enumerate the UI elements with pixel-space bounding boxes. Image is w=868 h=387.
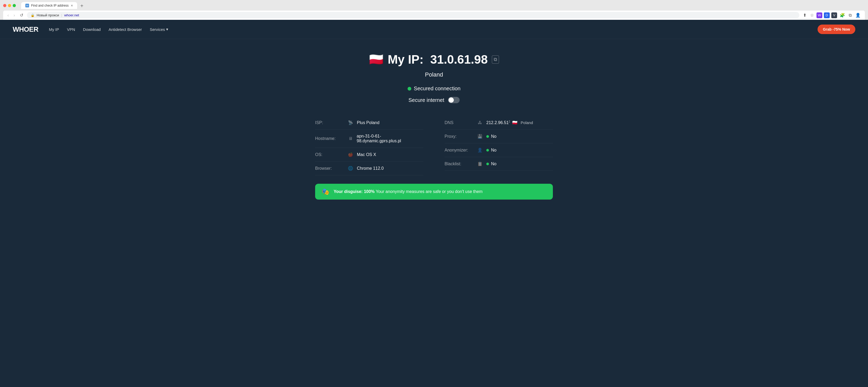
country-flag: 🇵🇱 bbox=[369, 53, 383, 66]
forward-button[interactable]: › bbox=[12, 12, 16, 19]
blacklist-icon: 📋 bbox=[477, 161, 483, 166]
ip-prefix: My IP: bbox=[388, 53, 424, 66]
info-col-left: ISP: 📡 Plus Poland Hostname: 🖥 apn-31-0-… bbox=[315, 116, 424, 175]
services-label: Services bbox=[150, 27, 165, 32]
info-row-blacklist: Blacklist: 📋 No bbox=[444, 157, 553, 171]
browser-value: Chrome 112.0 bbox=[357, 166, 383, 171]
cta-button[interactable]: Grab -75% Now bbox=[817, 25, 855, 34]
anonymizer-dot bbox=[486, 149, 489, 152]
info-row-os: OS: 🍎 Mac OS X bbox=[315, 148, 424, 162]
proxy-label: Proxy: bbox=[444, 134, 474, 139]
new-tab-button[interactable]: + bbox=[78, 3, 86, 9]
browser-tabs: W Find and check IP address × + bbox=[21, 2, 86, 9]
dns-value: 212.2.96.512 bbox=[486, 120, 510, 125]
profile-button[interactable]: 👤 bbox=[854, 11, 862, 19]
secure-internet-row: Secure internet bbox=[408, 97, 460, 103]
site-wrapper: WHOER My IP VPN Download Antidetect Brow… bbox=[0, 20, 868, 386]
nav-link-antidetect[interactable]: Antidetect Browser bbox=[108, 27, 142, 32]
info-row-isp: ISP: 📡 Plus Poland bbox=[315, 116, 424, 130]
proxy-icon: 💾 bbox=[477, 134, 483, 139]
nav-link-vpn[interactable]: VPN bbox=[67, 27, 75, 32]
address-bar[interactable]: 🔒 Новый прокси | whoer.net bbox=[27, 12, 799, 19]
blacklist-label: Blacklist: bbox=[444, 162, 474, 166]
blacklist-value: No bbox=[491, 162, 496, 166]
info-row-browser: Browser: 🌐 Chrome 112.0 bbox=[315, 162, 424, 175]
nav-links: My IP VPN Download Antidetect Browser Se… bbox=[49, 27, 817, 32]
copy-ip-button[interactable]: ⧉ bbox=[492, 56, 499, 64]
ip-address-value: 31.0.61.98 bbox=[430, 53, 488, 66]
dns-value-group: 212.2.96.512 🇵🇱 Poland bbox=[486, 120, 533, 125]
browser-icon: 🌐 bbox=[347, 166, 354, 171]
site-navigation: WHOER My IP VPN Download Antidetect Brow… bbox=[0, 20, 868, 39]
tab-close-btn[interactable]: × bbox=[71, 4, 73, 7]
hostname-value: apn-31-0-61-98.dynamic.gprs.plus.pl bbox=[356, 134, 424, 143]
nav-link-myip[interactable]: My IP bbox=[49, 27, 59, 32]
anonymizer-label: Anonymizer: bbox=[444, 148, 474, 153]
anonymizer-value: No bbox=[491, 148, 496, 153]
close-window-dot[interactable] bbox=[3, 4, 6, 7]
lock-icon: 🔒 bbox=[31, 13, 35, 17]
secured-row: Secured connection bbox=[408, 86, 461, 92]
secure-internet-label: Secure internet bbox=[408, 97, 444, 103]
refresh-button[interactable]: ↺ bbox=[19, 11, 24, 19]
address-url: whoer.net bbox=[64, 13, 79, 17]
nav-link-services[interactable]: Services ▾ bbox=[150, 27, 168, 32]
proxy-value-group: No bbox=[486, 134, 496, 139]
ip-display: 🇵🇱 My IP: 31.0.61.98 ⧉ bbox=[369, 52, 499, 67]
address-prefix: Новый прокси bbox=[37, 13, 59, 17]
back-button[interactable]: ‹ bbox=[6, 12, 10, 19]
nav-link-download[interactable]: Download bbox=[83, 27, 101, 32]
blacklist-dot bbox=[486, 163, 489, 165]
site-logo[interactable]: WHOER bbox=[13, 25, 38, 34]
window-controls bbox=[3, 4, 16, 7]
extension-blue[interactable]: D bbox=[824, 12, 830, 18]
disguise-strong: Your disguise: 100% bbox=[334, 189, 375, 194]
proxy-dot bbox=[486, 135, 489, 138]
address-bar-row: ‹ › ↺ 🔒 Новый прокси | whoer.net ⬆ ☆ W D… bbox=[3, 10, 865, 20]
active-tab[interactable]: W Find and check IP address × bbox=[21, 2, 77, 9]
maximize-window-dot[interactable] bbox=[13, 4, 16, 7]
country-label: Poland bbox=[425, 71, 443, 78]
proxy-value: No bbox=[491, 134, 496, 139]
chevron-down-icon: ▾ bbox=[166, 27, 168, 32]
disguise-text: Your disguise: 100% Your anonymity measu… bbox=[334, 189, 483, 194]
dns-sup: 2 bbox=[509, 120, 510, 123]
hostname-icon: 🖥 bbox=[347, 136, 353, 141]
secured-dot bbox=[408, 87, 411, 91]
dns-country: Poland bbox=[521, 120, 533, 125]
dns-ip: 212.2.96.51 bbox=[486, 120, 509, 125]
secure-internet-toggle[interactable] bbox=[448, 97, 460, 103]
info-table: ISP: 📡 Plus Poland Hostname: 🖥 apn-31-0-… bbox=[315, 116, 553, 175]
os-value: Mac OS X bbox=[357, 152, 376, 157]
toggle-knob bbox=[448, 97, 454, 103]
os-label: OS: bbox=[315, 152, 344, 157]
ip-label: My IP: 31.0.61.98 bbox=[388, 52, 488, 67]
tab-favicon: W bbox=[25, 4, 29, 7]
anonymizer-value-group: No bbox=[486, 148, 496, 153]
dns-label: DNS bbox=[444, 120, 474, 125]
share-button[interactable]: ⬆ bbox=[802, 11, 807, 19]
browser-label: Browser: bbox=[315, 166, 344, 171]
extension-dark[interactable]: V bbox=[831, 12, 837, 18]
tab-title: Find and check IP address bbox=[31, 4, 69, 7]
isp-label: ISP: bbox=[315, 120, 344, 125]
info-row-anonymizer: Anonymizer: 👤 No bbox=[444, 143, 553, 157]
address-separator: | bbox=[61, 13, 62, 17]
hostname-label: Hostname: bbox=[315, 136, 344, 141]
split-view-button[interactable]: ⧉ bbox=[848, 12, 853, 19]
minimize-window-dot[interactable] bbox=[8, 4, 11, 7]
disguise-icon: 🎭 bbox=[321, 188, 330, 195]
bookmark-button[interactable]: ☆ bbox=[809, 11, 815, 19]
disguise-normal: Your anonymity measures are safe or you … bbox=[375, 189, 483, 194]
os-icon: 🍎 bbox=[347, 152, 354, 157]
extensions-button[interactable]: 🧩 bbox=[839, 11, 846, 19]
browser-actions: ⬆ ☆ W D V 🧩 ⧉ 👤 bbox=[802, 11, 862, 19]
browser-titlebar: W Find and check IP address × + bbox=[3, 2, 865, 9]
blacklist-value-group: No bbox=[486, 162, 496, 166]
dns-icon: 🖧 bbox=[477, 120, 483, 125]
isp-value: Plus Poland bbox=[357, 120, 379, 125]
isp-icon: 📡 bbox=[347, 120, 354, 125]
dns-flag: 🇵🇱 bbox=[512, 120, 518, 125]
info-row-dns: DNS 🖧 212.2.96.512 🇵🇱 Poland bbox=[444, 116, 553, 130]
extension-purple[interactable]: W bbox=[816, 12, 822, 18]
